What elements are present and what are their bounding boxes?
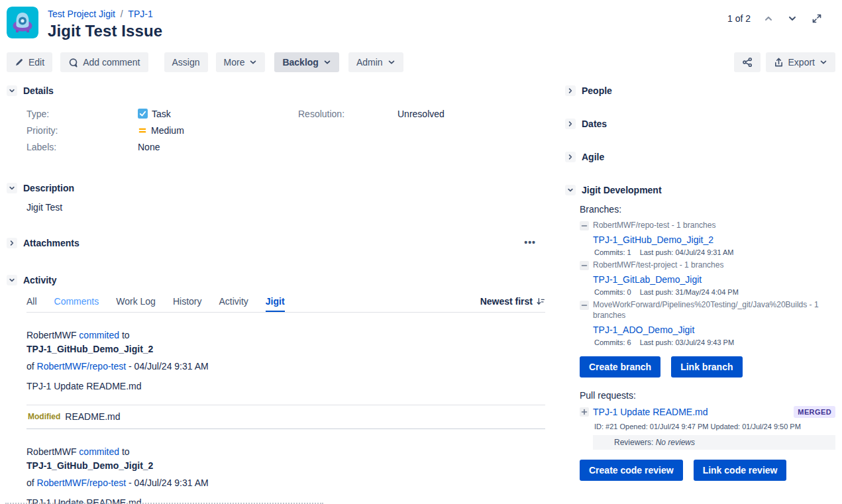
jigit-development-body: Branches: RobertMWF/repo-test - 1 branch… xyxy=(580,204,835,481)
edit-button-label: Edit xyxy=(28,57,44,68)
commit-link[interactable]: commited xyxy=(79,330,119,340)
description-section-header[interactable]: Description xyxy=(7,183,545,193)
commit-author: RobertMWF xyxy=(26,330,76,340)
activity-section-header[interactable]: Activity xyxy=(7,275,545,285)
branch-last-push: Last push: 03/Jul/24 9:43 PM xyxy=(640,338,734,346)
commit-repo-link[interactable]: RobertMWF/repo-test xyxy=(37,361,127,372)
commit-link[interactable]: commited xyxy=(79,446,119,457)
project-avatar[interactable] xyxy=(7,7,38,38)
pull-request-link[interactable]: TPJ-1 Update README.md xyxy=(593,407,708,417)
description-body: Jigit Test xyxy=(26,202,545,213)
branch-commits: Commits: 0 xyxy=(594,288,631,296)
tab-activity[interactable]: Activity xyxy=(219,296,248,312)
collapse-chevron-icon[interactable] xyxy=(7,85,17,96)
dates-section-header[interactable]: Dates xyxy=(565,119,835,129)
create-code-review-button[interactable]: Create code review xyxy=(580,460,683,481)
collapse-minus-icon[interactable] xyxy=(580,221,589,230)
pull-requests-label: Pull requests: xyxy=(580,390,835,401)
edit-button[interactable]: Edit xyxy=(7,52,52,72)
expand-chevron-icon[interactable] xyxy=(565,119,576,129)
issue-header: Test Project Jigit / TPJ-1 Jigit Test Is… xyxy=(7,7,835,40)
people-section-header[interactable]: People xyxy=(565,85,835,96)
details-section: Details Type: Task Resolution: xyxy=(7,85,545,155)
right-sidebar: People Dates Agile xyxy=(565,85,835,504)
branch-last-push: Last push: 04/Jul/24 9:31 AM xyxy=(640,248,734,256)
previous-issue-button[interactable] xyxy=(763,13,774,25)
tab-work-log[interactable]: Work Log xyxy=(116,296,156,312)
description-section-title: Description xyxy=(23,183,74,193)
more-button[interactable]: More xyxy=(216,52,266,72)
attachments-more-actions-button[interactable]: ••• xyxy=(520,236,540,248)
backlog-button-label: Backlog xyxy=(282,57,318,68)
create-branch-button[interactable]: Create branch xyxy=(580,356,660,378)
details-section-header[interactable]: Details xyxy=(7,85,545,96)
assign-button[interactable]: Assign xyxy=(164,52,208,72)
more-button-label: More xyxy=(224,57,245,68)
branch-link[interactable]: TPJ-1_GitLab_Demo_Jigit xyxy=(593,274,702,285)
commit-file-row: Modified README.md xyxy=(26,405,545,428)
branch-meta: Commits: 6 Last push: 03/Jul/24 9:43 PM xyxy=(594,338,835,346)
pull-request-meta: ID: #21 Opened: 01/Jul/24 9:47 PM Update… xyxy=(594,423,835,430)
labels-field-label: Labels: xyxy=(26,142,138,152)
header-text: Test Project Jigit / TPJ-1 Jigit Test Is… xyxy=(48,7,162,40)
activity-entry: RobertMWF commited to TPJ-1_GitHub_Demo_… xyxy=(26,429,545,504)
pull-request-row: TPJ-1 Update README.md MERGED xyxy=(593,406,835,418)
expand-chevron-icon[interactable] xyxy=(7,238,17,248)
expand-plus-icon[interactable] xyxy=(580,407,589,417)
tab-all[interactable]: All xyxy=(26,296,37,312)
tab-jigit[interactable]: Jigit xyxy=(266,296,285,312)
main-content: Details Type: Task Resolution: xyxy=(7,85,835,504)
export-button[interactable]: Export xyxy=(766,52,835,72)
commit-date: - 04/Jul/24 9:31 AM xyxy=(129,361,209,372)
jigit-development-section-header[interactable]: Jigit Development xyxy=(565,185,835,195)
file-status-label: Modified xyxy=(28,412,60,421)
collapse-minus-icon[interactable] xyxy=(580,261,589,270)
commit-repo-link[interactable]: RobertMWF/repo-test xyxy=(37,478,127,488)
collapse-minus-icon[interactable] xyxy=(580,301,589,310)
link-code-review-button[interactable]: Link code review xyxy=(694,460,787,481)
collapse-chevron-icon[interactable] xyxy=(565,185,576,195)
jigit-development-section-title: Jigit Development xyxy=(582,185,662,195)
labels-field-row: Labels: None xyxy=(26,138,545,155)
left-column: Details Type: Task Resolution: xyxy=(7,85,545,504)
pull-request-group: TPJ-1 Update README.md MERGED ID: #21 Op… xyxy=(580,406,835,450)
breadcrumb: Test Project Jigit / TPJ-1 xyxy=(48,9,162,19)
activity-section: Activity All Comments Work Log History A… xyxy=(7,275,545,504)
chevron-down-icon xyxy=(323,58,331,66)
tab-history[interactable]: History xyxy=(173,296,202,312)
alien-avatar-icon xyxy=(7,7,38,38)
jigit-development-section: Jigit Development Branches: RobertMWF/re… xyxy=(565,185,835,481)
share-button[interactable] xyxy=(734,52,761,72)
chevron-down-icon xyxy=(819,58,827,66)
expand-view-button[interactable] xyxy=(810,12,823,25)
next-issue-button[interactable] xyxy=(786,13,798,25)
attachments-section-header[interactable]: Attachments xyxy=(7,238,545,248)
branch-repo-label: RobertMWF/repo-test - 1 branches xyxy=(593,220,835,230)
commit-branch-name: TPJ-1_GitHub_Demo_Jigit_2 xyxy=(26,342,545,356)
breadcrumb-issue-link[interactable]: TPJ-1 xyxy=(128,9,152,19)
attachments-section-title: Attachments xyxy=(23,238,79,248)
backlog-status-button[interactable]: Backlog xyxy=(274,52,339,72)
admin-button-label: Admin xyxy=(356,57,383,68)
sort-order-label: Newest first xyxy=(480,296,533,307)
add-comment-button[interactable]: Add comment xyxy=(60,52,148,72)
collapse-chevron-icon[interactable] xyxy=(7,183,17,193)
link-branch-button[interactable]: Link branch xyxy=(671,356,742,378)
expand-chevron-icon[interactable] xyxy=(565,85,576,96)
tab-comments[interactable]: Comments xyxy=(54,296,99,312)
expand-chevron-icon[interactable] xyxy=(565,152,576,162)
dates-section-title: Dates xyxy=(582,119,607,129)
chevron-down-icon xyxy=(388,58,395,66)
branch-link[interactable]: TPJ-1_GitHub_Demo_Jigit_2 xyxy=(593,234,713,245)
agile-section-header[interactable]: Agile xyxy=(565,152,835,162)
issue-toolbar: Edit Add comment Assign More Backlog Adm… xyxy=(7,52,835,72)
collapse-chevron-icon[interactable] xyxy=(7,275,17,285)
breadcrumb-project-link[interactable]: Test Project Jigit xyxy=(48,9,115,19)
priority-field-row: Priority: Medium xyxy=(26,122,545,138)
sort-order-button[interactable]: Newest first xyxy=(480,296,545,312)
admin-button[interactable]: Admin xyxy=(348,52,403,72)
meatball-icon: ••• xyxy=(524,237,536,248)
branch-repo-label: MoveWorkForward/Pipelines%20Testing/_git… xyxy=(593,299,835,321)
activity-section-title: Activity xyxy=(23,275,57,285)
branch-link[interactable]: TPJ-1_ADO_Demo_Jigit xyxy=(593,325,694,335)
